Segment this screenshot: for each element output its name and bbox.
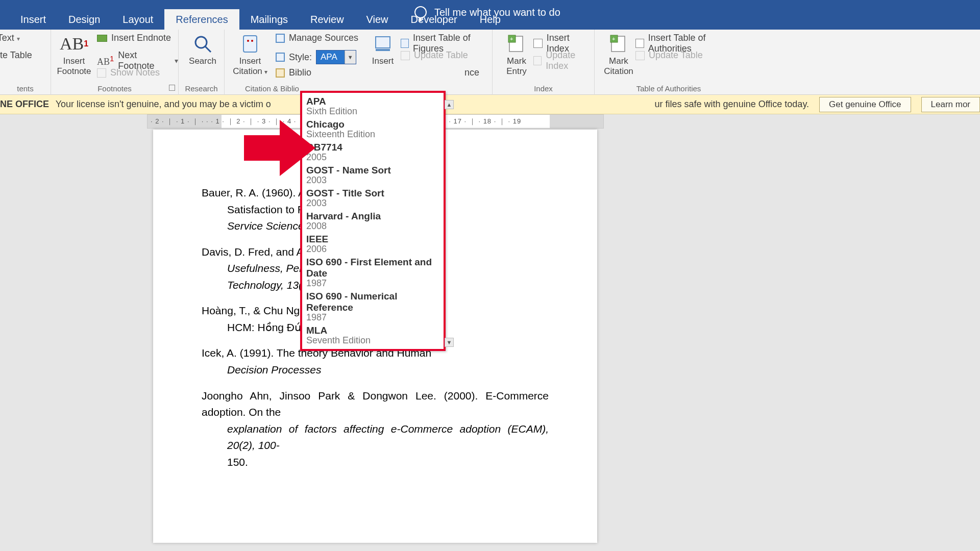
- tab-mailings[interactable]: Mailings: [239, 9, 299, 30]
- group-table-of-authorities: + MarkCitation Insert Table of Authoriti…: [595, 30, 743, 95]
- svg-point-0: [195, 37, 207, 48]
- toa-icon: [635, 39, 644, 48]
- add-text-button[interactable]: dd Text ▾: [0, 33, 20, 43]
- insert-endnote-button[interactable]: Insert Endnote: [97, 33, 171, 43]
- scroll-down-button[interactable]: ▼: [445, 338, 454, 347]
- endnote-icon: [97, 35, 107, 42]
- style-option-gost-title-sort[interactable]: GOST - Title Sort2003: [302, 187, 444, 210]
- chevron-down-icon[interactable]: ▼: [345, 51, 356, 64]
- svg-point-3: [247, 40, 249, 42]
- update-index-button: Update Index: [533, 50, 594, 71]
- bibliography-button[interactable]: Biblio: [276, 67, 311, 78]
- svg-text:+: +: [510, 36, 513, 42]
- style-select[interactable]: APA ▼: [316, 50, 356, 64]
- style-option-chicago[interactable]: ChicagoSixteenth Edition: [302, 118, 444, 141]
- tab-references[interactable]: References: [164, 9, 239, 30]
- mark-entry-icon: +: [507, 32, 526, 56]
- bibliography-icon: [276, 68, 285, 78]
- manage-sources-button[interactable]: Manage Sources: [276, 33, 358, 43]
- lightbulb-icon: [414, 6, 427, 18]
- show-notes-button: Show Notes: [97, 67, 160, 78]
- tab-review[interactable]: Review: [299, 9, 355, 30]
- svg-rect-2: [243, 36, 257, 52]
- svg-point-4: [251, 40, 253, 42]
- chevron-down-icon: ▾: [175, 57, 178, 65]
- style-option-harvard-anglia[interactable]: Harvard - Anglia2008: [302, 210, 444, 233]
- tell-me-box[interactable]: Tell me what you want to do: [414, 6, 560, 18]
- tab-view[interactable]: View: [355, 9, 400, 30]
- style-row: Style: APA ▼: [276, 50, 356, 64]
- style-option-apa[interactable]: APASixth Edition: [302, 95, 444, 118]
- tab-insert[interactable]: Insert: [9, 9, 57, 30]
- group-footnotes: AB1 InsertFootnote Insert Endnote AB1 Ne…: [51, 30, 179, 95]
- tab-layout[interactable]: Layout: [111, 9, 164, 30]
- learn-more-button[interactable]: Learn mor: [921, 97, 980, 112]
- group-caption: Index: [493, 84, 594, 93]
- sources-icon: [276, 34, 285, 43]
- update-icon: [401, 51, 410, 60]
- tell-me-placeholder: Tell me what you want to do: [434, 7, 560, 18]
- caption-icon: [374, 32, 391, 56]
- ribbon: dd Text ▾ pdate Table tents AB1 InsertFo…: [0, 30, 980, 95]
- group-caption: Research: [179, 84, 224, 93]
- license-title: NE OFFICE: [0, 99, 49, 109]
- insert-caption-button[interactable]: Insert: [368, 32, 398, 66]
- license-message-left: Your license isn't genuine, and you may …: [56, 99, 271, 109]
- mark-citation-icon: +: [609, 32, 628, 56]
- doc-ref-5: Joongho Ahn, Jinsoo Park & Dongwon Lee. …: [202, 388, 549, 471]
- update-table-figures-button: Update Table: [401, 50, 468, 61]
- style-option-gb7714[interactable]: GB77142005: [302, 141, 444, 164]
- scroll-up-button[interactable]: ▲: [445, 100, 454, 109]
- cross-reference-button[interactable]: nce: [464, 67, 479, 78]
- update-toa-button: Update Table: [635, 50, 703, 61]
- search-icon: [192, 32, 213, 56]
- update-toc-button[interactable]: pdate Table: [0, 50, 32, 61]
- insert-citation-button[interactable]: InsertCitation▾: [230, 32, 271, 77]
- group-index: + MarkEntry Insert Index Update Index In…: [493, 30, 595, 95]
- notes-icon: [97, 68, 106, 78]
- group-caption: Table of Authorities: [595, 84, 743, 93]
- mark-citation-button[interactable]: + MarkCitation: [601, 32, 636, 77]
- group-research: Search Research: [179, 30, 225, 95]
- get-genuine-office-button[interactable]: Get genuine Office: [819, 97, 911, 112]
- style-option-mla[interactable]: MLASeventh Edition: [302, 324, 444, 347]
- license-warning-bar: NE OFFICE Your license isn't genuine, an…: [0, 95, 980, 114]
- group-citations: InsertCitation▾ Manage Sources Style: AP…: [225, 30, 493, 95]
- index-icon: [533, 39, 543, 48]
- style-dropdown[interactable]: ▲ APASixth EditionChicagoSixteenth Editi…: [300, 91, 446, 351]
- style-option-iso-690-first-element-and-date[interactable]: ISO 690 - First Element and Date1987: [302, 256, 444, 290]
- style-select-value: APA: [316, 51, 345, 64]
- insert-footnote-button[interactable]: AB1 InsertFootnote: [56, 32, 92, 77]
- footnote-icon: AB1: [60, 32, 88, 56]
- update-icon: [635, 51, 645, 60]
- svg-marker-13: [244, 120, 315, 176]
- tof-icon: [401, 39, 409, 48]
- mark-entry-button[interactable]: + MarkEntry: [499, 32, 534, 77]
- document-area: · 2 · ｜ · 1 · ｜ · · · 1 · ｜ 2 · ｜ · 3 · …: [0, 114, 980, 551]
- svg-text:+: +: [612, 36, 615, 42]
- style-option-iso-690-numerical-reference[interactable]: ISO 690 - Numerical Reference1987: [302, 290, 444, 324]
- group-caption: tents: [0, 84, 51, 93]
- group-caption: Footnotes: [51, 84, 178, 93]
- annotation-arrow-icon: [244, 120, 315, 176]
- svg-rect-5: [376, 37, 390, 48]
- style-option-gost-name-sort[interactable]: GOST - Name Sort2003: [302, 164, 444, 187]
- license-message-right: ur files safe with genuine Office today.: [655, 99, 810, 110]
- svg-rect-6: [376, 49, 390, 51]
- update-icon: [533, 56, 542, 65]
- search-button[interactable]: Search: [185, 32, 220, 66]
- group-table-of-contents: dd Text ▾ pdate Table tents: [0, 30, 51, 95]
- style-option-ieee[interactable]: IEEE2006: [302, 233, 444, 256]
- svg-line-1: [205, 46, 211, 52]
- style-icon: [276, 53, 285, 62]
- tab-design[interactable]: Design: [57, 9, 111, 30]
- citation-icon: [240, 32, 260, 56]
